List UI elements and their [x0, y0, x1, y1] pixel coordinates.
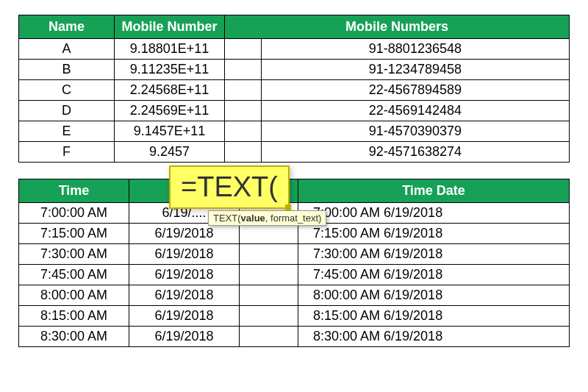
header-mobile-numbers[interactable]: Mobile Numbers	[225, 15, 570, 39]
cell-date[interactable]: 6/19/2018	[129, 244, 240, 265]
cell-empty[interactable]	[240, 327, 298, 347]
header-name[interactable]: Name	[19, 15, 115, 39]
cell-mobiles[interactable]: 22-4569142484	[261, 101, 569, 121]
header-mobile-number[interactable]: Mobile Number	[115, 15, 225, 39]
cell-timedate[interactable]: 8:30:00 AM 6/19/2018	[298, 327, 570, 347]
cell-timedate[interactable]: 8:15:00 AM 6/19/2018	[298, 306, 570, 327]
tooltip-rest: , format_text)	[265, 213, 322, 224]
cell-mobile[interactable]: 9.1457E+11	[115, 121, 225, 142]
cell-empty[interactable]	[225, 80, 262, 101]
table-row[interactable]: E 9.1457E+11 91-4570390379	[19, 121, 570, 142]
table-row[interactable]: C 2.24568E+11 22-4567894589	[19, 80, 570, 101]
formula-cell-editor[interactable]: =TEXT(	[169, 165, 290, 209]
table-row[interactable]: 7:15:00 AM 6/19/2018 7:15:00 AM 6/19/201…	[19, 224, 570, 244]
mobile-table[interactable]: Name Mobile Number Mobile Numbers A 9.18…	[18, 15, 570, 163]
cell-mobiles[interactable]: 22-4567894589	[261, 80, 569, 101]
mobile-table-body: A 9.18801E+11 91-8801236548 B 9.11235E+1…	[19, 39, 570, 163]
cell-timedate[interactable]: 7:30:00 AM 6/19/2018	[298, 244, 570, 265]
cell-timedate[interactable]: 8:00:00 AM 6/19/2018	[298, 285, 570, 306]
cell-name[interactable]: D	[19, 101, 115, 121]
cell-timedate[interactable]: 7:45:00 AM 6/19/2018	[298, 265, 570, 285]
cell-date[interactable]: 6/19/2018	[129, 306, 240, 327]
header-timedate[interactable]: Time Date	[298, 179, 570, 203]
cell-mobile[interactable]: 9.11235E+11	[115, 60, 225, 80]
cell-mobiles[interactable]: 91-8801236548	[261, 39, 569, 60]
cell-name[interactable]: F	[19, 142, 115, 163]
cell-name[interactable]: A	[19, 39, 115, 60]
cell-time[interactable]: 8:30:00 AM	[19, 327, 129, 347]
table-row[interactable]: 7:45:00 AM 6/19/2018 7:45:00 AM 6/19/201…	[19, 265, 570, 285]
cell-name[interactable]: E	[19, 121, 115, 142]
cell-empty[interactable]	[225, 142, 262, 163]
formula-tooltip: TEXT(value, format_text)	[208, 210, 326, 226]
fill-handle[interactable]	[285, 204, 291, 210]
time-table[interactable]: Time Da Time Date 7:00:00 AM 6/19/.... 7…	[18, 179, 570, 347]
cell-time[interactable]: 8:00:00 AM	[19, 285, 129, 306]
cell-mobile[interactable]: 2.24569E+11	[115, 101, 225, 121]
cell-mobiles[interactable]: 92-4571638274	[261, 142, 569, 163]
table-header-row: Name Mobile Number Mobile Numbers	[19, 15, 570, 39]
table-row[interactable]: 7:30:00 AM 6/19/2018 7:30:00 AM 6/19/201…	[19, 244, 570, 265]
cell-name[interactable]: B	[19, 60, 115, 80]
cell-time[interactable]: 8:15:00 AM	[19, 306, 129, 327]
header-time[interactable]: Time	[19, 179, 129, 203]
table-row[interactable]: 8:00:00 AM 6/19/2018 8:00:00 AM 6/19/201…	[19, 285, 570, 306]
table-row[interactable]: 8:30:00 AM 6/19/2018 8:30:00 AM 6/19/201…	[19, 327, 570, 347]
table-header-row: Time Da Time Date	[19, 179, 570, 203]
cell-date[interactable]: 6/19/2018	[129, 265, 240, 285]
table-row[interactable]: 8:15:00 AM 6/19/2018 8:15:00 AM 6/19/201…	[19, 306, 570, 327]
cell-empty[interactable]	[240, 285, 298, 306]
cell-mobiles[interactable]: 91-4570390379	[261, 121, 569, 142]
cell-empty[interactable]	[240, 306, 298, 327]
cell-timedate[interactable]: 7:15:00 AM 6/19/2018	[298, 224, 570, 244]
tooltip-func: TEXT(	[213, 213, 241, 224]
cell-empty[interactable]	[240, 224, 298, 244]
table-row[interactable]: A 9.18801E+11 91-8801236548	[19, 39, 570, 60]
cell-name[interactable]: C	[19, 80, 115, 101]
cell-mobile[interactable]: 9.2457	[115, 142, 225, 163]
cell-time[interactable]: 7:30:00 AM	[19, 244, 129, 265]
cell-empty[interactable]	[240, 265, 298, 285]
cell-time[interactable]: 7:15:00 AM	[19, 224, 129, 244]
cell-mobile[interactable]: 2.24568E+11	[115, 80, 225, 101]
cell-empty[interactable]	[225, 121, 262, 142]
table-row[interactable]: B 9.11235E+11 91-1234789458	[19, 60, 570, 80]
tooltip-arg-bold: value	[241, 213, 265, 224]
cell-date[interactable]: 6/19/2018	[129, 224, 240, 244]
cell-empty[interactable]	[225, 60, 262, 80]
formula-text: =TEXT(	[181, 171, 278, 202]
cell-empty[interactable]	[240, 244, 298, 265]
cell-mobile[interactable]: 9.18801E+11	[115, 39, 225, 60]
cell-time[interactable]: 7:45:00 AM	[19, 265, 129, 285]
cell-mobiles[interactable]: 91-1234789458	[261, 60, 569, 80]
cell-empty[interactable]	[225, 101, 262, 121]
cell-date[interactable]: 6/19/2018	[129, 285, 240, 306]
table-row[interactable]: F 9.2457 92-4571638274	[19, 142, 570, 163]
cell-timedate[interactable]: 7:00:00 AM 6/19/2018	[298, 203, 570, 224]
cell-empty[interactable]	[225, 39, 262, 60]
cell-time[interactable]: 7:00:00 AM	[19, 203, 129, 224]
table-row[interactable]: D 2.24569E+11 22-4569142484	[19, 101, 570, 121]
cell-date[interactable]: 6/19/2018	[129, 327, 240, 347]
